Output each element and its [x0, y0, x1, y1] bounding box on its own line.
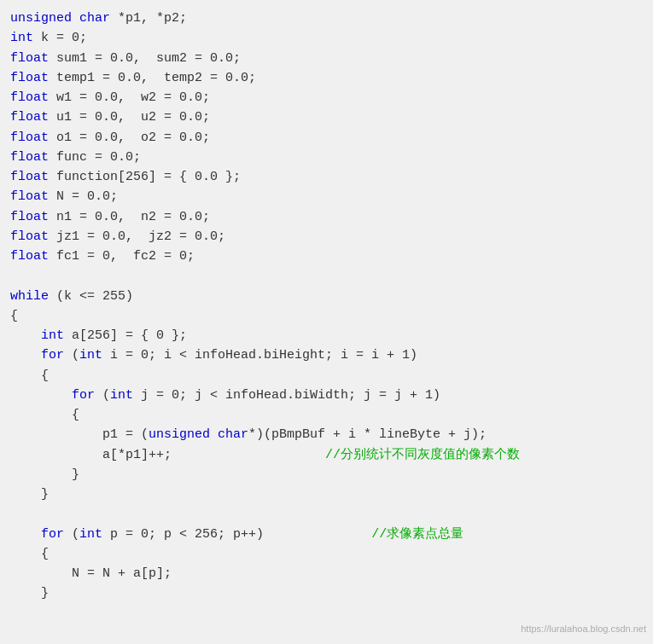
code-line-p1: p1 = (unsigned char*)(pBmpBuf + i * line…	[10, 425, 643, 444]
code-line-while: while (k <= 255)	[10, 287, 643, 306]
code-line-brace1: {	[10, 306, 643, 326]
code-line-brace-p: {	[10, 544, 643, 564]
code-container: unsigned char *p1, *p2; int k = 0; float…	[0, 0, 653, 644]
code-line-6: float u1 = 0.0, u2 = 0.0;	[10, 107, 643, 127]
code-line-close-i: }	[10, 484, 643, 504]
code-line-for-j: for (int j = 0; j < infoHead.biWidth; j …	[10, 386, 643, 405]
code-line-8: float func = 0.0;	[10, 148, 643, 167]
code-line-for-p: for (int p = 0; p < 256; p++) //求像素点总量	[10, 525, 643, 544]
code-line-close-p: }	[10, 583, 643, 603]
code-line-9: float function[256] = { 0.0 };	[10, 167, 643, 187]
blank-line-1	[10, 266, 643, 286]
code-line-7: float o1 = 0.0, o2 = 0.0;	[10, 128, 643, 148]
code-line-5: float w1 = 0.0, w2 = 0.0;	[10, 88, 643, 107]
code-line-for-i: for (int i = 0; i < infoHead.biHeight; i…	[10, 345, 643, 365]
code-line-a-p1: a[*p1]++; //分别统计不同灰度值的像素个数	[10, 445, 643, 465]
blank-line-2	[10, 504, 643, 524]
code-line-11: float n1 = 0.0, n2 = 0.0;	[10, 207, 643, 227]
code-line-int-a: int a[256] = { 0 };	[10, 326, 643, 345]
code-line-13: float fc1 = 0, fc2 = 0;	[10, 247, 643, 266]
code-line-1: unsigned char *p1, *p2;	[10, 9, 643, 28]
code-line-brace-i: {	[10, 366, 643, 386]
code-line-3: float sum1 = 0.0, sum2 = 0.0;	[10, 49, 643, 68]
watermark: https://luralahoa.blog.csdn.net	[521, 622, 646, 637]
code-line-4: float temp1 = 0.0, temp2 = 0.0;	[10, 68, 643, 88]
code-line-10: float N = 0.0;	[10, 187, 643, 206]
code-line-2: int k = 0;	[10, 28, 643, 48]
code-line-n: N = N + a[p];	[10, 564, 643, 583]
code-line-brace-j: {	[10, 405, 643, 425]
code-line-12: float jz1 = 0.0, jz2 = 0.0;	[10, 227, 643, 247]
code-line-close-j: }	[10, 465, 643, 484]
